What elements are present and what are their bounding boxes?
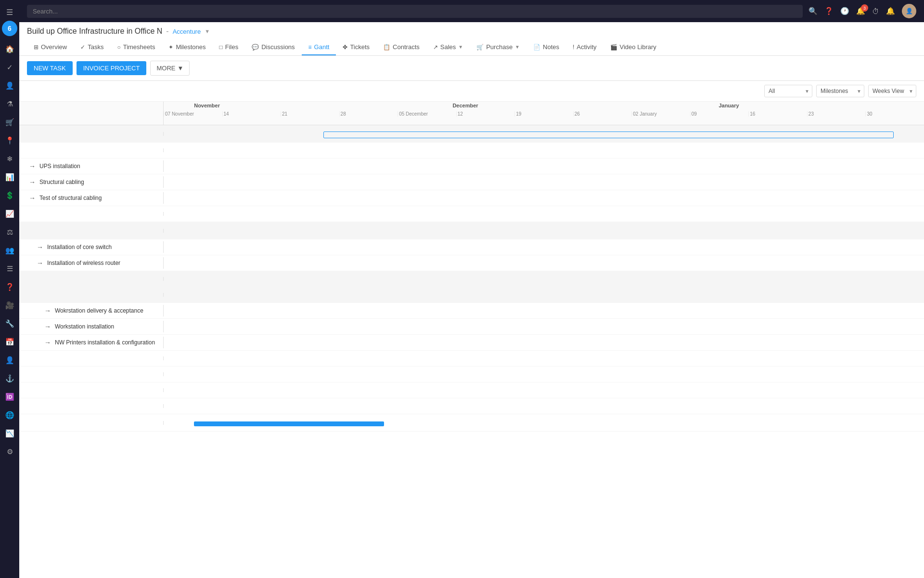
filter-all-select[interactable]: All [764,85,812,97]
filter-weeks-select[interactable]: Weeks View [868,85,916,97]
project-title: Build up Office Infrastructure in Office… [27,27,916,36]
sales-icon: ↗ [433,44,438,51]
sidebar-icon-gear[interactable]: ⚙ [0,443,19,461]
task-test-label: → Test of structural cabling [19,192,164,204]
table-row: → NW Printers installation & configurati… [19,335,924,351]
tab-activity[interactable]: ! Activity [566,39,603,55]
date-tick-07nov: 07 November [164,111,222,117]
sidebar-icon-dollar[interactable]: 💲 [0,186,19,205]
date-tick-09: 09 [690,111,749,117]
date-tick-14: 14 [222,111,281,117]
invoice-project-button[interactable]: INVOICE PROJECT [77,61,147,75]
sidebar-icon-analytics[interactable]: 📈 [0,205,19,223]
gantt-section2 [164,223,924,238]
sidebar-icon-profile[interactable]: 👤 [0,351,19,369]
app-logo[interactable]: 6 [2,21,17,36]
tab-tickets-label: Tickets [350,43,370,51]
tab-gantt[interactable]: ≡ Gantt [302,39,336,55]
discussions-icon: 💬 [252,44,259,51]
tab-discussions[interactable]: 💬 Discussions [245,39,301,55]
notifications-icon[interactable]: 🔔 3 [856,7,865,15]
table-row [19,206,924,222]
table-row: → Installation of core switch [19,239,924,255]
sidebar-icon-shop[interactable]: 🛒 [0,113,19,131]
video-icon: 🎬 [610,44,617,51]
sidebar-icon-filter2[interactable]: 🔧 [0,315,19,333]
timeline-left-header [19,102,164,125]
table-row [19,271,924,287]
timer-icon[interactable]: ⏱ [872,7,879,15]
gantt-printers [164,335,924,350]
sidebar-icon-users[interactable]: 👤 [0,77,19,95]
sidebar-icon-snow[interactable]: ❄ [0,150,19,168]
task-structural-name: Structural cabling [39,179,84,185]
sidebar-icon-filter[interactable]: ⚗ [0,95,19,113]
search-input[interactable] [27,5,803,18]
overview-icon: ⊞ [34,44,38,51]
bell-icon[interactable]: 🔔 [886,7,895,15]
sidebar-icon-help[interactable]: ❓ [0,278,19,296]
date-tick-30: 30 [865,111,924,117]
project-tabs: ⊞ Overview ✓ Tasks ○ Timesheets ✦ Milest… [27,39,916,55]
table-row: → Test of structural cabling [19,190,924,206]
notes-icon: 📄 [533,44,540,51]
tab-contracts[interactable]: 📋 Contracts [376,39,426,55]
tab-video-library[interactable]: 🎬 Video Library [603,39,663,55]
bottom-progress-bar [194,421,384,426]
gantt-icon: ≡ [308,44,312,51]
tab-tickets[interactable]: ✤ Tickets [336,39,376,55]
task-workstation-inst-label: → Workstation installation [19,321,164,332]
sidebar-icon-network[interactable]: 🌐 [0,406,19,424]
task-workstation-del-label: → Wokrstation delivery & acceptance [19,305,164,316]
gantt-container[interactable]: All ▼ Milestones ▼ Weeks View ▼ [19,81,924,578]
search-icon[interactable]: 🔍 [808,7,818,15]
sidebar-icon-team[interactable]: 👥 [0,241,19,260]
tab-tasks[interactable]: ✓ Tasks [74,39,110,55]
sidebar-icon-home[interactable]: 🏠 [0,40,19,58]
filter-milestones-select[interactable]: Milestones [816,85,864,97]
client-dropdown-arrow[interactable]: ▼ [205,28,210,34]
tab-overview[interactable]: ⊞ Overview [27,39,74,55]
table-row [19,367,924,382]
task-empty5 [19,388,164,392]
sidebar-icon-tasks[interactable]: ✓ [0,58,19,77]
user-avatar[interactable]: 👤 [902,4,916,18]
purchase-icon: 🛒 [476,44,484,51]
tab-sales[interactable]: ↗ Sales ▼ [426,39,470,55]
tab-milestones[interactable]: ✦ Milestones [162,39,212,55]
tab-notes[interactable]: 📄 Notes [526,39,566,55]
sidebar-icon-video[interactable]: 🎥 [0,296,19,315]
timesheets-icon: ○ [117,44,120,51]
sidebar-icon-calendar[interactable]: 📅 [0,333,19,351]
sidebar-icon-reports[interactable]: 📊 [0,168,19,186]
history-icon[interactable]: 🕐 [840,7,849,15]
more-button[interactable]: MORE ▼ [150,61,190,76]
gantt-section3 [164,271,924,287]
dep-arrow-printers: → [44,339,51,346]
project-client[interactable]: Accenture [173,28,201,35]
sidebar-icon-legal[interactable]: ⚖ [0,223,19,241]
filter3-wrapper: Weeks View ▼ [868,85,916,97]
hamburger-menu[interactable]: ☰ [6,4,13,21]
date-ticks-row: 07 November 14 21 28 05 December 12 19 2… [164,102,924,117]
table-row: → UPS installation [19,158,924,174]
project-name: Build up Office Infrastructure in Office… [27,27,162,36]
task-workstation-del-name: Wokrstation delivery & acceptance [55,307,143,314]
table-row: → Workstation installation [19,319,924,335]
tab-timesheets[interactable]: ○ Timesheets [110,39,162,55]
help-icon[interactable]: ❓ [824,7,834,15]
sidebar-icon-chart[interactable]: 📉 [0,424,19,443]
task-empty4 [19,372,164,376]
new-task-button[interactable]: NEW TASK [27,61,73,75]
sidebar-icon-anchor[interactable]: ⚓ [0,369,19,388]
sidebar-icon-user2[interactable]: 🆔 [0,388,19,406]
dep-arrow-wireless: → [37,259,43,267]
sidebar-icon-location[interactable]: 📍 [0,131,19,150]
tab-files[interactable]: □ Files [213,39,245,55]
sidebar-icon-list[interactable]: ☰ [0,260,19,278]
task-progress-label [19,421,164,425]
tab-purchase[interactable]: 🛒 Purchase ▼ [470,39,526,55]
task-empty3 [19,356,164,360]
task-wireless-label: → Installation of wireless router [19,257,164,269]
month-december: December [452,103,478,108]
